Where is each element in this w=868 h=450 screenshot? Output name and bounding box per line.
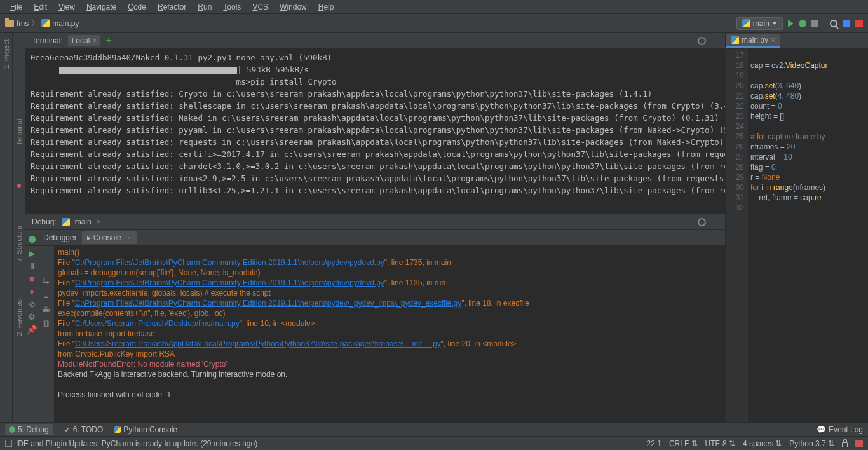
up-stack-icon[interactable]: ↑ [42, 249, 51, 257]
resume-icon[interactable]: ▶ [27, 249, 36, 257]
status-bar: IDE and Plugin Updates: PyCharm is ready… [0, 436, 868, 450]
left-tool-strip: 1: Project [0, 33, 13, 422]
line-separator[interactable]: CRLF ⇅ [669, 439, 698, 448]
python-interpreter[interactable]: Python 3.7 ⇅ [789, 439, 834, 448]
python-icon [62, 218, 70, 226]
pause-icon[interactable]: ⏸ [27, 261, 36, 270]
bottom-tool-tabs: 5: Debug ✓ 6: TODO Python Console 💬 Even… [0, 422, 868, 436]
editor-tab-main[interactable]: main.py × [726, 34, 780, 48]
console-actions: ↑ ↓ ⇆ ⤓ 🖶 🗑 [38, 246, 54, 422]
favorites-tool-tab[interactable]: 2: Favorites [15, 299, 23, 336]
minimize-icon[interactable]: — [711, 217, 719, 226]
menu-file[interactable]: File [5, 1, 27, 13]
run-config-selector[interactable]: main [736, 17, 783, 30]
event-log-icon: 💬 [817, 425, 826, 434]
menu-refactor[interactable]: Refactor [153, 1, 191, 13]
debug-tool-tab[interactable]: 5: Debug [5, 424, 53, 435]
ext-icon-2[interactable] [855, 20, 863, 27]
code-editor[interactable]: 17181920212223242526272829303132 cap = c… [726, 49, 868, 422]
clear-icon[interactable]: 🗑 [42, 318, 51, 327]
scroll-end-icon[interactable]: ⤓ [42, 290, 51, 299]
debug-icon [9, 426, 15, 433]
settings-icon[interactable] [698, 218, 706, 226]
console-icon: ▸ [87, 233, 91, 242]
search-icon[interactable] [830, 20, 837, 27]
menu-view[interactable]: View [53, 1, 80, 13]
debug-console-output[interactable]: main() File "C:\Program Files\JetBrains\… [54, 246, 725, 422]
editor-tab-label: main.py [742, 36, 768, 44]
menu-help[interactable]: Help [313, 1, 339, 13]
ext-icon-1[interactable] [843, 20, 850, 27]
code-area[interactable]: cap = cv2.VideoCaptur cap.set(3, 640) ca… [748, 49, 868, 422]
settings-icon[interactable] [698, 37, 706, 45]
rerun-debug-icon[interactable] [29, 236, 36, 243]
file-encoding[interactable]: UTF-8 ⇅ [705, 439, 735, 448]
pin-icon[interactable]: → [124, 233, 132, 242]
event-log-label: Event Log [829, 425, 863, 434]
breadcrumb-sep: 〉 [31, 18, 39, 29]
toolbar: fms 〉 main.py main | [0, 14, 868, 33]
event-log-tab[interactable]: 💬 Event Log [817, 425, 863, 434]
status-window-icon[interactable] [5, 440, 12, 447]
terminal-title: Terminal: [32, 36, 63, 45]
caret-position[interactable]: 22:1 [647, 439, 661, 448]
stop-button[interactable] [811, 20, 818, 27]
console-tab-label: Console [93, 233, 121, 242]
debug-config-name: main [75, 217, 92, 226]
line-gutter: 17181920212223242526272829303132 [726, 49, 748, 422]
menu-code[interactable]: Code [123, 1, 151, 13]
structure-tool-tab[interactable]: 7: Structure [15, 226, 23, 262]
folder-icon [5, 20, 14, 27]
debug-panel: Debug: main × — Debugger ▸ Console [25, 214, 725, 422]
minimize-icon[interactable]: — [711, 36, 719, 45]
project-tool-tab[interactable]: 1: Project [3, 39, 10, 69]
menu-window[interactable]: Window [275, 1, 312, 13]
menu-vcs[interactable]: VCS [247, 1, 273, 13]
run-config-name: main [753, 19, 770, 28]
indent-setting[interactable]: 4 spaces ⇅ [743, 439, 782, 448]
view-breakpoints-icon[interactable]: ● [27, 287, 36, 296]
menu-bar: FileEditViewNavigateCodeRefactorRunTools… [0, 0, 868, 14]
close-icon[interactable]: × [97, 217, 101, 226]
close-icon[interactable]: × [92, 36, 97, 45]
ide-status-icon[interactable] [855, 440, 863, 447]
breadcrumb-file[interactable]: main.py [52, 19, 79, 28]
lock-icon[interactable] [842, 442, 848, 447]
todo-tool-tab[interactable]: ✓ 6: TODO [64, 425, 104, 434]
breadcrumb-folder[interactable]: fms [17, 19, 29, 28]
menu-tools[interactable]: Tools [218, 1, 246, 13]
debug-title: Debug: [32, 217, 57, 226]
terminal-panel: Terminal: Local × + — 0eea6eeaa9c39ddb89… [25, 33, 725, 214]
stop-icon[interactable]: ■ [27, 274, 36, 283]
todo-icon: ✓ [64, 425, 71, 434]
close-icon[interactable]: × [771, 36, 775, 44]
pin-icon[interactable]: 📌 [27, 325, 36, 334]
editor-pane: main.py × 171819202122232425262728293031… [725, 33, 868, 422]
down-stack-icon[interactable]: ↓ [42, 262, 51, 271]
terminal-tab-local[interactable]: Local × [68, 35, 101, 46]
breadcrumb: fms 〉 main.py [5, 18, 79, 29]
status-message: IDE and Plugin Updates: PyCharm is ready… [16, 439, 257, 448]
chevron-down-icon [772, 22, 777, 25]
debugger-tab[interactable]: Debugger [38, 231, 82, 244]
menu-navigate[interactable]: Navigate [81, 1, 121, 13]
soft-wrap-icon[interactable]: ⇆ [42, 276, 51, 285]
pyconsole-label: Python Console [123, 425, 177, 434]
print-icon[interactable]: 🖶 [42, 304, 51, 313]
settings-icon[interactable]: ⚙ [27, 312, 36, 321]
python-console-tab[interactable]: Python Console [114, 425, 177, 434]
debug-tool-label: 5: Debug [18, 425, 49, 434]
terminal-tool-tab[interactable]: Terminal [15, 119, 23, 146]
terminal-output[interactable]: 0eea6eeaa9c39ddb89a40/Naked-0.1.31-py2.p… [25, 49, 725, 214]
mute-breakpoints-icon[interactable]: ⊘ [27, 299, 36, 308]
new-terminal-button[interactable]: + [105, 35, 111, 46]
console-tab[interactable]: ▸ Console → [82, 231, 137, 244]
run-button[interactable] [788, 20, 794, 27]
debug-actions-left: ▶ ⏸ ■ ● ⊘ ⚙ 📌 [25, 246, 38, 422]
menu-run[interactable]: Run [193, 1, 217, 13]
python-icon [114, 426, 121, 433]
menu-edit[interactable]: Edit [29, 1, 52, 13]
todo-tool-label: 6: TODO [73, 425, 104, 434]
python-icon [742, 19, 750, 27]
debug-button[interactable] [799, 20, 806, 27]
